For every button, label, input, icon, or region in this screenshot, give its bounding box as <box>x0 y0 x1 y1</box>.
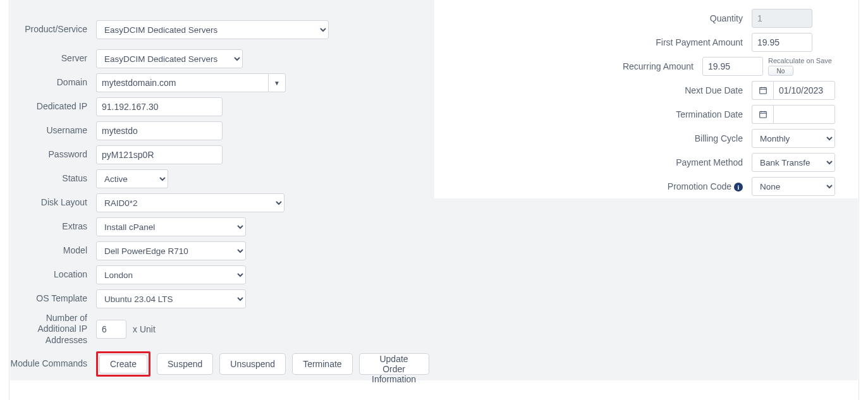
calendar-icon[interactable] <box>752 105 773 124</box>
os-template-select[interactable]: Ubuntu 23.04 LTS <box>96 289 246 308</box>
terminate-button[interactable]: Terminate <box>292 353 352 375</box>
dedicated-ip-row: Dedicated IP <box>10 95 434 119</box>
password-row: Password <box>10 143 434 167</box>
password-label: Password <box>10 149 94 161</box>
model-label: Model <box>10 245 94 257</box>
payment-method-row: Payment Method Bank Transfer <box>434 150 859 174</box>
domain-label: Domain <box>10 77 94 88</box>
next-due-input[interactable] <box>773 81 835 100</box>
module-commands-label: Module Commands <box>10 358 94 370</box>
first-payment-row: First Payment Amount <box>434 30 859 54</box>
status-select[interactable]: Active <box>96 169 168 188</box>
additional-ip-input[interactable] <box>96 320 126 339</box>
billing-cycle-select[interactable]: Monthly <box>752 129 835 148</box>
next-due-label: Next Due Date <box>434 85 750 95</box>
domain-row: Domain ▼ <box>10 71 434 95</box>
product-service-label: Product/Service <box>10 24 94 35</box>
promotion-code-label: Promotion Codei <box>434 181 750 192</box>
billing-cycle-row: Billing Cycle Monthly <box>434 126 859 150</box>
status-row: Status Active <box>10 167 434 191</box>
termination-input[interactable] <box>773 105 835 124</box>
location-row: Location London <box>10 263 434 287</box>
termination-row: Termination Date <box>434 102 859 126</box>
location-label: Location <box>10 269 94 281</box>
svg-rect-0 <box>759 88 766 94</box>
disk-layout-row: Disk Layout RAID0*2 <box>10 191 434 215</box>
quantity-input <box>752 9 812 28</box>
username-input[interactable] <box>96 121 223 140</box>
username-label: Username <box>10 125 94 136</box>
server-row: Server EasyDCIM Dedicated Servers <box>10 47 434 71</box>
promotion-code-select[interactable]: None <box>752 177 835 196</box>
dedicated-ip-input[interactable] <box>96 97 223 116</box>
extras-row: Extras Install cPanel <box>10 215 434 239</box>
domain-input[interactable] <box>96 73 268 92</box>
recurring-label: Recurring Amount <box>434 61 700 71</box>
recalc-toggle[interactable]: No <box>768 66 793 76</box>
recurring-row: Recurring Amount Recalculate on Save No <box>434 54 859 78</box>
calendar-icon[interactable] <box>752 81 773 100</box>
username-row: Username <box>10 119 434 143</box>
model-row: Model Dell PowerEdge R710 <box>10 239 434 263</box>
quantity-row: Quantity <box>434 6 859 30</box>
billing-cycle-label: Billing Cycle <box>434 133 750 143</box>
unsuspend-button[interactable]: Unsuspend <box>219 353 286 375</box>
password-input[interactable] <box>96 145 223 164</box>
create-button[interactable]: Create <box>99 355 147 373</box>
suspend-button[interactable]: Suspend <box>157 353 213 375</box>
disk-layout-label: Disk Layout <box>10 197 94 209</box>
domain-dropdown-toggle[interactable]: ▼ <box>268 73 286 92</box>
disk-layout-select[interactable]: RAID0*2 <box>96 193 284 212</box>
svg-rect-1 <box>759 112 766 118</box>
payment-method-select[interactable]: Bank Transfer <box>752 153 835 172</box>
additional-ip-row: Number of Additional IP Addresses x Unit <box>10 311 434 348</box>
termination-label: Termination Date <box>434 109 750 119</box>
module-commands-row: Module Commands Create Suspend Unsuspend… <box>10 348 434 380</box>
location-select[interactable]: London <box>96 265 246 284</box>
dedicated-ip-label: Dedicated IP <box>10 101 94 112</box>
recurring-input[interactable] <box>702 57 763 76</box>
payment-method-label: Payment Method <box>434 157 750 167</box>
product-service-row: Product/Service EasyDCIM Dedicated Serve… <box>10 13 434 47</box>
create-highlight: Create <box>96 351 150 377</box>
info-icon[interactable]: i <box>734 183 743 191</box>
os-template-label: OS Template <box>10 293 94 305</box>
promotion-code-row: Promotion Codei None <box>434 174 859 198</box>
extras-select[interactable]: Install cPanel <box>96 217 246 236</box>
update-order-button[interactable]: Update Order Information <box>359 353 429 375</box>
first-payment-input[interactable] <box>752 33 812 52</box>
first-payment-label: First Payment Amount <box>434 37 750 47</box>
additional-ip-unit: x Unit <box>133 324 156 334</box>
next-due-row: Next Due Date <box>434 78 859 102</box>
additional-ip-label: Number of Additional IP Addresses <box>10 313 94 346</box>
recalc-label: Recalculate on Save <box>768 57 832 64</box>
status-label: Status <box>10 173 94 185</box>
server-select[interactable]: EasyDCIM Dedicated Servers <box>96 49 243 68</box>
product-service-select[interactable]: EasyDCIM Dedicated Servers <box>96 20 329 39</box>
quantity-label: Quantity <box>434 13 750 23</box>
server-label: Server <box>10 53 94 64</box>
os-template-row: OS Template Ubuntu 23.04 LTS <box>10 287 434 311</box>
extras-label: Extras <box>10 221 94 233</box>
model-select[interactable]: Dell PowerEdge R710 <box>96 241 246 260</box>
